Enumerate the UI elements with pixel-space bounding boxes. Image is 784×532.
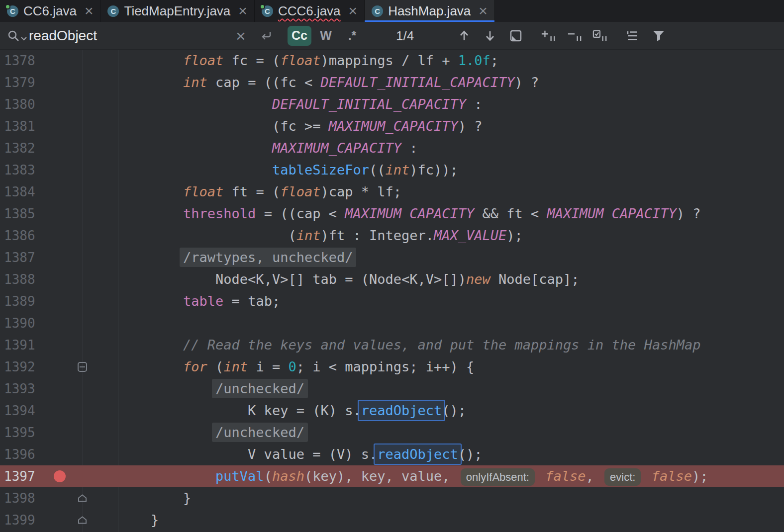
code-line: 1396 V value = (V) s.readObject(); bbox=[0, 443, 784, 465]
code-line: 1398 } bbox=[0, 487, 784, 509]
line-number[interactable]: 1392 bbox=[4, 356, 35, 378]
code-line: 1382 MAXIMUM_CAPACITY : bbox=[0, 137, 784, 159]
code-text[interactable]: // Read the keys and values, and put the… bbox=[86, 334, 700, 356]
search-match[interactable]: readObject bbox=[358, 400, 446, 421]
code-lines: 1378 float fc = (float)mappings / lf + 1… bbox=[0, 50, 784, 531]
line-number[interactable]: 1387 bbox=[4, 247, 35, 268]
regex-toggle[interactable]: .* bbox=[340, 26, 364, 46]
code-text[interactable]: float ft = (float)cap * lf; bbox=[86, 181, 401, 203]
line-number[interactable]: 1395 bbox=[4, 422, 35, 443]
code-text[interactable]: } bbox=[86, 509, 159, 531]
line-number[interactable]: 1381 bbox=[4, 115, 35, 137]
search-input[interactable]: readObject bbox=[29, 28, 97, 44]
code-text[interactable]: K key = (K) s.readObject(); bbox=[86, 400, 466, 422]
class-icon: C bbox=[372, 5, 383, 17]
code-text[interactable]: for (int i = 0; i < mappings; i++) { bbox=[86, 356, 474, 378]
words-toggle[interactable]: W bbox=[314, 26, 338, 46]
match-case-toggle[interactable]: Cc bbox=[288, 26, 311, 46]
tab-HashMap.java[interactable]: CHashMap.java× bbox=[365, 0, 495, 22]
line-number[interactable]: 1383 bbox=[4, 159, 35, 181]
code-editor[interactable]: 1378 float fc = (float)mappings / lf + 1… bbox=[0, 50, 784, 532]
code-text[interactable]: float fc = (float)mappings / lf + 1.0f; bbox=[86, 50, 498, 72]
tab-CC6.java[interactable]: CCC6.java× bbox=[0, 0, 100, 22]
code-token: int bbox=[296, 228, 321, 243]
code-token: Node<K,V>[] tab = (Node<K,V>[]) bbox=[215, 271, 466, 287]
breakpoint-icon[interactable] bbox=[54, 470, 66, 482]
code-line: 1385 threshold = ((cap < MAXIMUM_CAPACIT… bbox=[0, 203, 784, 225]
filter-button[interactable] bbox=[651, 28, 666, 43]
code-token: cap = ((fc < bbox=[207, 75, 321, 90]
class-icon: C bbox=[7, 5, 18, 17]
open-in-find-window-button[interactable] bbox=[508, 28, 523, 43]
code-token bbox=[537, 468, 545, 484]
tab-TiedMapEntry.java[interactable]: CTiedMapEntry.java× bbox=[100, 0, 254, 22]
close-tab-icon[interactable]: × bbox=[479, 3, 488, 18]
code-text[interactable]: int cap = ((fc < DEFAULT_INITIAL_CAPACIT… bbox=[86, 72, 539, 93]
code-line: 1384 float ft = (float)cap * lf; bbox=[0, 181, 784, 203]
code-token: (( bbox=[369, 162, 386, 177]
line-number[interactable]: 1399 bbox=[4, 509, 35, 531]
line-number[interactable]: 1393 bbox=[4, 378, 35, 400]
code-token: threshold bbox=[183, 206, 256, 221]
line-number[interactable]: 1389 bbox=[4, 290, 35, 312]
remove-occurrence-button[interactable] bbox=[567, 28, 582, 43]
code-text[interactable]: (int)ft : Integer.MAX_VALUE); bbox=[86, 225, 523, 247]
code-text[interactable]: /unchecked/ bbox=[86, 378, 304, 400]
line-number[interactable]: 1394 bbox=[4, 400, 35, 422]
prev-occurrence-button[interactable] bbox=[457, 28, 472, 43]
select-all-occurrences-button[interactable] bbox=[592, 28, 607, 43]
code-line: 1381 (fc >= MAXIMUM_CAPACITY) ? bbox=[0, 115, 784, 137]
filter-lines-button[interactable] bbox=[625, 28, 640, 43]
code-text[interactable]: DEFAULT_INITIAL_CAPACITY : bbox=[86, 93, 483, 115]
line-number[interactable]: 1379 bbox=[4, 72, 35, 93]
next-occurrence-button[interactable] bbox=[483, 28, 497, 43]
line-number[interactable]: 1398 bbox=[4, 487, 35, 509]
code-token: float bbox=[183, 53, 223, 68]
clear-search-button[interactable]: × bbox=[236, 27, 246, 44]
code-text[interactable]: Node<K,V>[] tab = (Node<K,V>[])new Node[… bbox=[86, 268, 580, 290]
line-number[interactable]: 1397 bbox=[4, 465, 35, 487]
close-tab-icon[interactable]: × bbox=[349, 3, 358, 18]
code-token: )ft : Integer. bbox=[320, 228, 434, 243]
search-match[interactable]: readObject bbox=[374, 443, 462, 465]
code-text[interactable]: putVal(hash(key), key, value, onlyIfAbse… bbox=[86, 465, 708, 488]
tab-CCC6.java[interactable]: CCCC6.java× bbox=[255, 0, 365, 22]
line-number[interactable]: 1380 bbox=[4, 93, 35, 115]
code-token: new bbox=[466, 271, 490, 287]
code-text[interactable]: table = tab; bbox=[86, 290, 280, 312]
code-token: ( bbox=[288, 228, 296, 243]
code-token: for bbox=[183, 359, 207, 374]
code-token: 0 bbox=[288, 359, 296, 374]
code-token: ); bbox=[692, 468, 708, 484]
code-text[interactable]: threshold = ((cap < MAXIMUM_CAPACITY && … bbox=[86, 203, 700, 225]
code-token: (fc >= bbox=[272, 118, 329, 134]
close-tab-icon[interactable]: × bbox=[85, 3, 94, 18]
line-number[interactable]: 1391 bbox=[4, 334, 35, 356]
search-history-chevron-icon[interactable] bbox=[20, 36, 27, 41]
line-number[interactable]: 1396 bbox=[4, 443, 35, 465]
code-text[interactable]: MAXIMUM_CAPACITY : bbox=[86, 137, 417, 159]
code-text[interactable]: } bbox=[86, 487, 191, 509]
code-token: && ft < bbox=[474, 206, 547, 221]
code-token: table bbox=[183, 293, 223, 309]
close-tab-icon[interactable]: × bbox=[238, 3, 247, 18]
line-number[interactable]: 1385 bbox=[4, 203, 35, 225]
add-occurrence-button[interactable] bbox=[541, 28, 556, 43]
line-number[interactable]: 1390 bbox=[4, 312, 35, 334]
line-number[interactable]: 1388 bbox=[4, 268, 35, 290]
code-token: MAXIMUM_CAPACITY bbox=[272, 140, 401, 156]
code-text[interactable]: (fc >= MAXIMUM_CAPACITY) ? bbox=[86, 115, 483, 137]
code-text[interactable]: V value = (V) s.readObject(); bbox=[86, 443, 483, 465]
line-number[interactable]: 1386 bbox=[4, 225, 35, 247]
line-number[interactable]: 1384 bbox=[4, 181, 35, 203]
newline-button[interactable] bbox=[259, 28, 274, 43]
code-text[interactable]: /unchecked/ bbox=[86, 422, 304, 443]
code-token: )fc)); bbox=[409, 162, 458, 177]
code-text[interactable]: /rawtypes, unchecked/ bbox=[86, 247, 353, 268]
code-line: 1391 // Read the keys and values, and pu… bbox=[0, 334, 784, 356]
code-text[interactable]: tableSizeFor((int)fc)); bbox=[86, 159, 458, 181]
code-token: ( bbox=[264, 468, 272, 484]
line-number[interactable]: 1382 bbox=[4, 137, 35, 159]
line-number[interactable]: 1378 bbox=[4, 50, 35, 72]
code-line: 1394 K key = (K) s.readObject(); bbox=[0, 400, 784, 422]
